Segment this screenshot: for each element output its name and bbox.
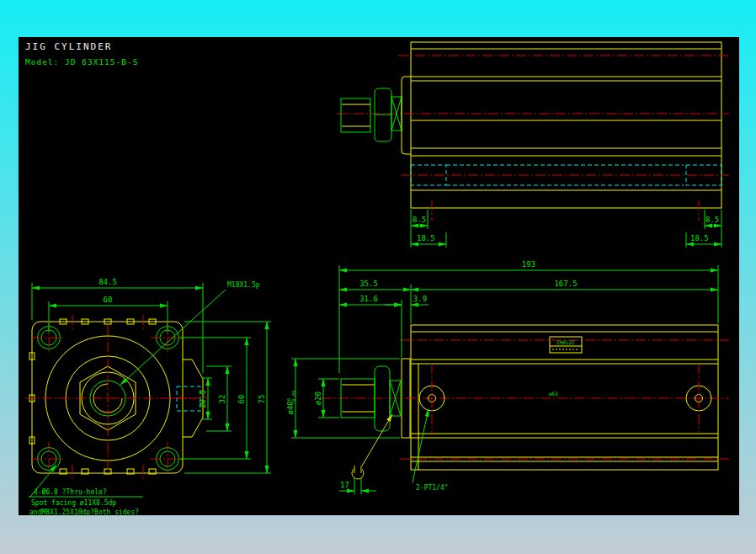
thread-callout-label: M18X1.5p [227,281,260,289]
cad-viewer-window: JIG CYLINDER Model: JD 63X115-B-S [0,0,756,554]
note-line-1: 4-Ø6.8 ?Thru-hole? [34,487,107,496]
drawing-canvas [19,37,739,515]
dim-overall-height: 75 [258,395,266,404]
dim-rod-length: 31.6 [359,295,378,303]
note-line-3: andM8X1.25X10dp?Both sides? [29,509,139,516]
dim-overall-width: 84.5 [98,278,117,286]
dim-body-length: 167.5 [554,280,577,288]
bore-callout-label: ø63 [549,391,558,397]
dim-top-85-left: 8.5 [413,216,426,224]
dim-overall-length: 193 [522,260,535,269]
dim-top-85-right: 8.5 [705,216,719,224]
dim-slot-height: 20.5 [199,390,207,408]
dim-top-185-right: 18.5 [690,234,709,242]
dim-rail-height: 32 [218,395,226,404]
dim-bolt-spacing-h: 60 [104,296,113,304]
dim-wrench-flats: 17 [340,481,349,489]
product-title: JIG CYLINDER [25,41,112,52]
dim-rod-extension: 35.5 [359,280,378,288]
model-number: Model: JD 63X115-B-S [25,57,138,67]
nameplate-brand: CHELIC [556,339,575,345]
cad-drawing-svg: JIG CYLINDER Model: JD 63X115-B-S [0,0,756,554]
dim-bolt-spacing-v: 60 [237,395,246,404]
dim-rod-diameter: ø20 [314,392,322,405]
dim-collar-thickness: 3.9 [413,295,427,303]
port-callout-label: 2-PT1/4" [416,484,449,492]
dim-top-185-left: 18.5 [417,234,435,242]
note-line-2: Spot facing ø11X8.5dp [31,499,116,507]
